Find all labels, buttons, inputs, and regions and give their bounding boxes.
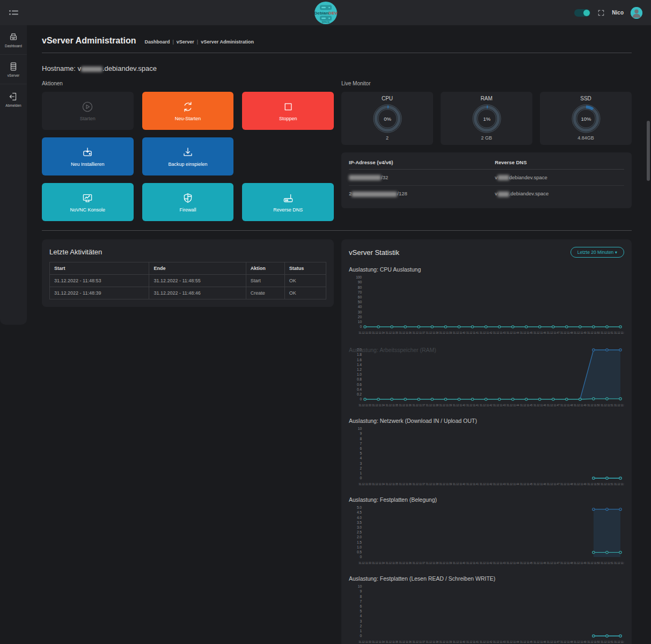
svg-text:31.12 11:37: 31.12 11:37 xyxy=(412,332,425,334)
svg-text:31.12 11:46: 31.12 11:46 xyxy=(533,404,546,407)
svg-text:31.12 11:33: 31.12 11:33 xyxy=(359,641,371,643)
svg-text:50: 50 xyxy=(358,300,362,304)
chart-plot: 10987654321031.12 11:3331.12 11:3431.12 … xyxy=(349,583,624,644)
svg-text:31.12 11:52: 31.12 11:52 xyxy=(614,483,624,486)
svg-text:31.12 11:34: 31.12 11:34 xyxy=(372,404,385,407)
sidebar-item-abmelden[interactable]: Abmelden xyxy=(0,84,27,114)
install-icon xyxy=(82,147,93,158)
chart-title: Auslastung: Netzwerk (Download IN / Uplo… xyxy=(349,418,624,424)
svg-text:31.12 11:42: 31.12 11:42 xyxy=(480,483,493,486)
svg-text:90: 90 xyxy=(358,280,362,284)
svg-text:31.12 11:40: 31.12 11:40 xyxy=(453,404,466,407)
fullscreen-icon[interactable] xyxy=(597,9,605,17)
svg-text:1%: 1% xyxy=(483,115,491,121)
console-icon xyxy=(82,192,93,204)
svg-text:31.12 11:33: 31.12 11:33 xyxy=(359,483,371,486)
svg-text:1.2: 1.2 xyxy=(357,368,362,371)
activities-cell: 31.12.2022 - 11:48:53 xyxy=(50,275,149,287)
breadcrumb-item[interactable]: vServer xyxy=(177,39,194,45)
novnc-konsole-button[interactable]: NoVNC Konsole xyxy=(42,183,134,221)
svg-text:31.12 11:37: 31.12 11:37 xyxy=(412,404,425,407)
ip-address-cell: 2/128 xyxy=(349,186,495,202)
svg-text:31.12 11:37: 31.12 11:37 xyxy=(412,641,425,643)
svg-text:31.12 11:38: 31.12 11:38 xyxy=(426,562,439,565)
svg-text:31.12 11:43: 31.12 11:43 xyxy=(493,562,506,565)
stoppen-button[interactable]: Stoppen xyxy=(242,92,334,130)
breadcrumb-item: vServer Administration xyxy=(201,39,254,45)
svg-text:4: 4 xyxy=(360,614,362,618)
scrollbar xyxy=(647,25,650,644)
breadcrumb-item[interactable]: Dashboard xyxy=(144,39,170,45)
ip-table-header: Reverse DNS xyxy=(495,155,624,170)
brand-logo-icon[interactable]: DebianDEV SPACE xyxy=(314,1,338,25)
time-range-dropdown[interactable]: Letzte 20 Minuten ▾ xyxy=(570,247,624,258)
gauge-value: 2 xyxy=(386,135,389,141)
svg-text:80: 80 xyxy=(358,286,362,289)
svg-text:31.12 11:39: 31.12 11:39 xyxy=(440,404,452,407)
aktionen-section: Aktionen StartenNeu-StartenStoppenNeu In… xyxy=(42,72,334,221)
svg-text:6: 6 xyxy=(360,447,362,450)
svg-text:7: 7 xyxy=(360,599,362,603)
svg-text:31.12 11:45: 31.12 11:45 xyxy=(520,641,533,643)
svg-text:31.12 11:49: 31.12 11:49 xyxy=(574,641,587,643)
sidebar-item-vserver[interactable]: vServer xyxy=(0,55,27,84)
svg-text:31.12 11:50: 31.12 11:50 xyxy=(587,641,600,643)
svg-text:31.12 11:38: 31.12 11:38 xyxy=(426,483,439,486)
activities-cell: OK xyxy=(284,275,326,287)
svg-text:31.12 11:43: 31.12 11:43 xyxy=(493,332,506,334)
firewall-icon xyxy=(182,192,194,204)
activities-cell: Start xyxy=(246,275,284,287)
gauge-value: 4.84GB xyxy=(577,135,594,141)
reverse-dns-cell: v.debiandev.space xyxy=(495,186,624,202)
svg-text:0: 0 xyxy=(360,397,362,401)
neu-starten-button[interactable]: Neu-Starten xyxy=(142,92,234,130)
svg-text:31.12 11:34: 31.12 11:34 xyxy=(372,483,385,486)
svg-text:31.12 11:38: 31.12 11:38 xyxy=(426,332,439,334)
sidebar-item-dashboard[interactable]: Dashboard xyxy=(0,25,27,55)
activities-cell: Create xyxy=(246,287,284,299)
svg-text:31.12 11:52: 31.12 11:52 xyxy=(614,332,624,334)
svg-text:SPACE: SPACE xyxy=(321,21,330,24)
svg-text:31.12 11:49: 31.12 11:49 xyxy=(574,483,587,486)
svg-text:1: 1 xyxy=(360,471,362,475)
svg-text:0.4: 0.4 xyxy=(357,387,362,391)
svg-text:31.12 11:50: 31.12 11:50 xyxy=(587,332,600,334)
backup-einspielen-button[interactable]: Backup einspielen xyxy=(142,137,234,175)
sidebar-item-label: Dashboard xyxy=(5,44,22,48)
chart-3: Auslastung: Festplatten (Belegung)5.04.5… xyxy=(349,496,624,570)
svg-text:5: 5 xyxy=(360,609,362,613)
svg-text:31.12 11:39: 31.12 11:39 xyxy=(440,483,452,486)
reverse-dns-button[interactable]: Reverse DNS xyxy=(242,183,334,221)
theme-toggle[interactable] xyxy=(574,9,590,17)
svg-text:31.12 11:47: 31.12 11:47 xyxy=(547,483,560,486)
avatar[interactable] xyxy=(631,7,642,19)
svg-text:31.12 11:36: 31.12 11:36 xyxy=(399,562,412,565)
svg-text:31.12 11:51: 31.12 11:51 xyxy=(601,641,613,643)
svg-text:31.12 11:42: 31.12 11:42 xyxy=(480,332,493,334)
scrollbar-thumb[interactable] xyxy=(647,121,650,181)
firewall-button[interactable]: Firewall xyxy=(142,183,234,221)
svg-text:0: 0 xyxy=(360,555,362,559)
svg-text:DebianDEV: DebianDEV xyxy=(314,11,338,16)
reverse-dns-cell: vdebiandev.space xyxy=(495,170,624,186)
activities-cell: OK xyxy=(284,287,326,299)
ip-table-row: 2/128v.debiandev.space xyxy=(349,186,624,202)
starten-button[interactable]: Starten xyxy=(42,92,134,130)
activities-cell: 31.12.2022 - 11:48:46 xyxy=(149,287,246,299)
svg-text:2.0: 2.0 xyxy=(357,535,362,539)
svg-text:31.12 11:40: 31.12 11:40 xyxy=(453,562,466,565)
svg-text:31.12 11:49: 31.12 11:49 xyxy=(574,562,587,565)
svg-text:2: 2 xyxy=(360,624,362,628)
svg-text:31.12 11:35: 31.12 11:35 xyxy=(385,641,398,643)
restart-icon xyxy=(182,101,194,113)
gauge-card-cpu: CPU0%2 xyxy=(341,92,433,145)
svg-text:31.12 11:34: 31.12 11:34 xyxy=(372,332,385,334)
menu-icon[interactable] xyxy=(9,9,19,17)
live-monitor-label: Live Monitor xyxy=(341,80,632,86)
gauge-ring: 1% xyxy=(472,104,502,134)
neu-installieren-button[interactable]: Neu Installieren xyxy=(42,137,134,175)
button-label: Neu Installieren xyxy=(71,162,105,167)
svg-text:10: 10 xyxy=(358,427,362,430)
dashboard-icon xyxy=(8,32,19,42)
svg-text:31.12 11:47: 31.12 11:47 xyxy=(547,562,560,565)
